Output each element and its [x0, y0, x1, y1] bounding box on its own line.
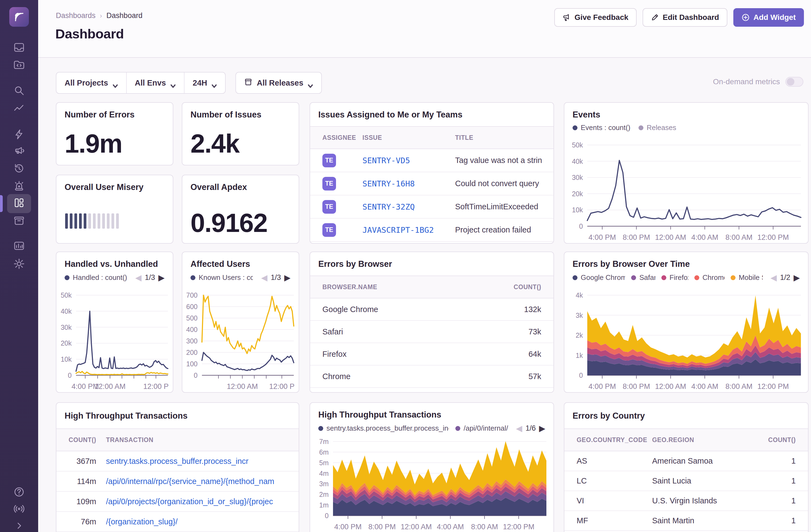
legend-item[interactable]: Events : count(): [572, 123, 630, 132]
svg-text:8:00 AM: 8:00 AM: [725, 382, 752, 391]
svg-text:5m: 5m: [319, 459, 328, 467]
pager-next-icon[interactable]: ▶: [794, 273, 800, 282]
active-nav-indicator: [0, 195, 3, 212]
traces-icon[interactable]: [13, 102, 25, 115]
widget-number-of-issues[interactable]: Number of Issues 2.4k: [182, 102, 299, 165]
widget-errors-by-browser[interactable]: Errors by Browser BROWSER.NAME COUNT() G…: [309, 252, 554, 393]
pager-prev-icon[interactable]: ◀: [516, 424, 522, 433]
issue-link[interactable]: JAVASCRIPT-1BG2: [359, 225, 452, 235]
svg-text:12:00 PM: 12:00 PM: [757, 382, 789, 391]
megaphone-icon: [563, 13, 571, 21]
transaction-link[interactable]: /api/0/internal/rpc/{service_name}/{meth…: [103, 477, 299, 486]
legend-dot: [190, 275, 195, 280]
page-title: Dashboard: [55, 26, 124, 42]
widget-title: Events: [564, 103, 808, 122]
dashboards-icon[interactable]: [13, 197, 25, 209]
legend-item[interactable]: Handled : count(): [65, 273, 127, 282]
svg-text:4:00 PM: 4:00 PM: [334, 523, 362, 531]
pager-next-icon[interactable]: ▶: [158, 273, 165, 282]
widget-affected-users[interactable]: Affected Users Known Users : cour ◀ 1/3 …: [182, 252, 299, 393]
issues-icon[interactable]: [13, 41, 25, 54]
widget-user-misery[interactable]: Overall User Misery: [56, 175, 173, 244]
legend-item[interactable]: /api/0/internal/r: [455, 424, 508, 432]
table-header: COUNT() TRANSACTION: [57, 428, 299, 451]
transaction-link[interactable]: /{organization_slug}/: [103, 517, 299, 526]
svg-text:4k: 4k: [576, 292, 583, 299]
legend-item[interactable]: Releases: [639, 123, 676, 132]
legend-item[interactable]: Safari: [631, 273, 655, 282]
events-line-chart[interactable]: 010k20k30k40k50k4:00 PM8:00 PM12:00 AM4:…: [564, 142, 808, 243]
pager-prev-icon[interactable]: ◀: [135, 273, 141, 282]
svg-text:1m: 1m: [319, 501, 328, 509]
release-filter[interactable]: All Releases: [236, 73, 321, 93]
legend-item[interactable]: Mobile S: [731, 273, 763, 282]
pager-next-icon[interactable]: ▶: [284, 273, 291, 282]
projects-icon[interactable]: [13, 59, 25, 71]
sentry-logo[interactable]: [9, 7, 29, 27]
page-filter-group: All Projects All Envs 24H: [56, 72, 226, 94]
affected-users-line-chart[interactable]: 010020030040050060070012:00 AM12:00 P: [182, 292, 299, 392]
breadcrumb-dashboards[interactable]: Dashboards: [56, 12, 96, 20]
issue-link[interactable]: SENTRY-16H8: [359, 179, 452, 188]
legend-item[interactable]: sentry.tasks.process_buffer.process_incr: [318, 424, 449, 432]
legend-pager: ◀ 1/3 ▶: [261, 273, 291, 282]
legend-item[interactable]: Firefox: [661, 273, 688, 282]
alerts-icon[interactable]: [13, 180, 25, 192]
svg-text:20k: 20k: [572, 190, 583, 198]
legend-dot: [318, 426, 323, 431]
throughput-stacked-area-chart[interactable]: 01m2m3m4m5m6m7m4:00 PM8:00 PM12:00 AM4:0…: [310, 438, 553, 532]
add-widget-button[interactable]: Add Widget: [733, 8, 804, 27]
svg-text:8:00 PM: 8:00 PM: [368, 523, 396, 531]
stats-icon[interactable]: [13, 240, 25, 252]
legend-item[interactable]: Chrome: [694, 273, 724, 282]
svg-text:12:00 AM: 12:00 AM: [401, 523, 432, 531]
transaction-link[interactable]: /api/0/projects/{organization_id_or_slug…: [103, 497, 299, 506]
releases-icon[interactable]: [13, 214, 25, 227]
widget-errors-by-country[interactable]: Errors by Country GEO.COUNTRY_CODE GEO.R…: [564, 402, 809, 532]
performance-icon[interactable]: [13, 128, 25, 141]
widget-events-chart[interactable]: Events Events : count() Releases 010k20k…: [564, 102, 809, 244]
table-row: Mobile Safari33k: [310, 388, 553, 393]
app-frame: Dashboards › Dashboard Dashboard Give Fe…: [38, 0, 811, 532]
svg-text:4:00 PM: 4:00 PM: [588, 233, 616, 242]
svg-text:8:00 PM: 8:00 PM: [623, 382, 650, 391]
widget-high-throughput-chart[interactable]: High Throughput Transactions sentry.task…: [309, 402, 554, 532]
project-filter[interactable]: All Projects: [57, 73, 126, 93]
legend-item[interactable]: Known Users : cour: [190, 273, 253, 282]
pager-prev-icon[interactable]: ◀: [770, 273, 777, 282]
widget-apdex[interactable]: Overall Apdex 0.9162: [182, 175, 299, 244]
feedback-icon[interactable]: [13, 145, 25, 157]
environment-filter[interactable]: All Envs: [127, 73, 184, 93]
pager-prev-icon[interactable]: ◀: [261, 273, 267, 282]
give-feedback-button[interactable]: Give Feedback: [554, 8, 637, 27]
svg-text:12:00 P: 12:00 P: [143, 382, 169, 391]
pager-next-icon[interactable]: ▶: [539, 424, 545, 433]
chart-legend: Events : count() Releases: [564, 122, 808, 132]
widget-issues-assigned[interactable]: Issues Assigned to Me or My Teams ASSIGN…: [309, 102, 554, 244]
collapse-icon[interactable]: [13, 519, 25, 532]
handled-line-chart[interactable]: 010k20k30k40k50k4:00 PM12:00 AM12:00 P: [57, 292, 173, 392]
legend-dot: [631, 275, 636, 280]
issue-link[interactable]: SENTRY-32ZQ: [359, 202, 452, 212]
transaction-link[interactable]: sentry.tasks.process_buffer.process_incr: [103, 457, 299, 466]
issue-link[interactable]: SENTRY-VD5: [359, 156, 452, 165]
svg-text:30k: 30k: [572, 173, 583, 181]
ondemand-toggle[interactable]: [785, 77, 804, 87]
ondemand-metrics: On-demand metrics: [713, 77, 804, 87]
toggle-knob: [787, 78, 794, 86]
replays-icon[interactable]: [13, 162, 25, 175]
time-range-filter[interactable]: 24H: [184, 73, 225, 93]
legend-item[interactable]: Google Chrome: [572, 273, 625, 282]
table-row: VI U.S. Virgin Islands 1: [564, 491, 808, 511]
widget-handled-vs-unhandled[interactable]: Handled vs. Unhandled Handled : count() …: [56, 252, 173, 393]
browser-stacked-area-chart[interactable]: 01k2k3k4k4:00 PM8:00 PM12:00 AM4:00 AM8:…: [564, 292, 808, 392]
edit-dashboard-button[interactable]: Edit Dashboard: [643, 8, 727, 27]
widget-number-of-errors[interactable]: Number of Errors 1.9m: [56, 102, 173, 165]
search-icon[interactable]: [13, 84, 25, 97]
settings-icon[interactable]: [13, 258, 25, 270]
widget-errors-by-browser-over-time[interactable]: Errors by Browser Over Time Google Chrom…: [564, 252, 809, 393]
avatar: TE: [322, 223, 336, 237]
widget-high-throughput-table[interactable]: High Throughput Transactions COUNT() TRA…: [56, 402, 299, 532]
help-icon[interactable]: [13, 486, 25, 498]
broadcast-icon[interactable]: [13, 503, 25, 515]
